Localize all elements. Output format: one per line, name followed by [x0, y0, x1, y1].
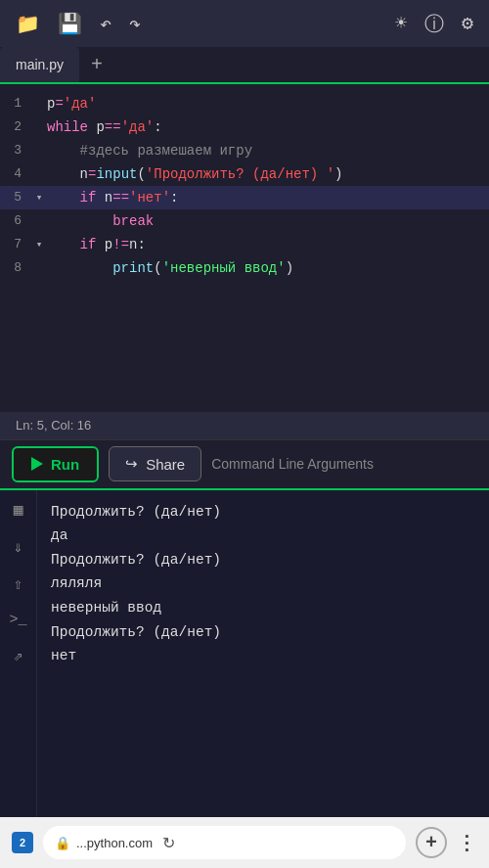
share-button[interactable]: ↪ Share	[109, 446, 201, 481]
console-icons: ▦ ⇓ ⇧ >_ ⇗	[0, 490, 37, 818]
console-line-6: Продолжить? (да/нет)	[51, 620, 475, 645]
browser-add-tab-button[interactable]: +	[416, 827, 447, 858]
line-code-6: break	[47, 209, 154, 233]
run-button[interactable]: Run	[12, 446, 99, 482]
line-num-4: 4	[0, 162, 31, 186]
console-line-2: да	[51, 524, 475, 548]
console-text: Продолжить? (да/нет) да Продолжить? (да/…	[37, 490, 489, 818]
line-code-8: print('неверный ввод')	[47, 256, 293, 280]
download-icon[interactable]: ⇓	[14, 537, 23, 557]
code-editor[interactable]: 1 p='да' 2 while p=='да': 3 #здесь разме…	[0, 84, 489, 412]
toolbar-right: ☀ ⓘ ⚙	[395, 11, 473, 37]
line-code-3: #здесь размешаем игру	[47, 139, 252, 162]
line-code-2: while p=='да':	[47, 115, 162, 139]
settings-icon[interactable]: ⚙	[462, 11, 473, 37]
line-num-3: 3	[0, 139, 31, 162]
code-line-6: 6 break	[0, 209, 489, 233]
redo-icon[interactable]: ↷	[129, 12, 141, 36]
browser-bar: 2 🔒 ...python.com ↻ + ⋮	[0, 817, 489, 868]
line-num-6: 6	[0, 209, 31, 233]
upload-icon[interactable]: ⇧	[14, 574, 23, 594]
terminal-icon[interactable]: >_	[9, 612, 26, 628]
line-num-7: 7	[0, 233, 31, 256]
browser-menu-button[interactable]: ⋮	[457, 831, 477, 855]
code-line-1: 1 p='да'	[0, 92, 489, 115]
tab-add-button[interactable]: +	[79, 54, 114, 76]
url-text: ...python.com	[76, 836, 153, 850]
line-code-1: p='да'	[47, 92, 96, 115]
status-bar: Ln: 5, Col: 16	[0, 412, 489, 439]
line-num-2: 2	[0, 115, 31, 139]
code-line-3: 3 #здесь размешаем игру	[0, 139, 489, 162]
add-icon: +	[425, 832, 437, 854]
folder-icon[interactable]: 📁	[16, 12, 40, 36]
tab-label: main.py	[16, 57, 64, 72]
sun-icon[interactable]: ☀	[395, 11, 407, 37]
cursor-position: Ln: 5, Col: 16	[16, 418, 91, 433]
info-icon[interactable]: ⓘ	[424, 11, 444, 37]
console-line-1: Продолжить? (да/нет)	[51, 500, 475, 525]
tab-main-py[interactable]: main.py	[0, 47, 79, 82]
line-num-1: 1	[0, 92, 31, 115]
share-icon: ↪	[125, 455, 138, 473]
console-line-3: Продолжить? (да/нет)	[51, 548, 475, 572]
share-label: Share	[146, 456, 185, 473]
console-line-5: неверный ввод	[51, 596, 475, 620]
toolbar: 📁 💾 ↶ ↷ ☀ ⓘ ⚙	[0, 0, 489, 47]
line-code-5: if n=='нет':	[47, 186, 178, 209]
code-line-7: 7 ▾ if p!=n:	[0, 233, 489, 256]
expand-icon[interactable]: ⇗	[14, 646, 23, 665]
code-line-8: 8 print('неверный ввод')	[0, 256, 489, 280]
tabs-bar: main.py +	[0, 47, 489, 84]
cmd-args-label[interactable]: Command Line Arguments	[211, 456, 374, 472]
copy-icon[interactable]: ▦	[14, 500, 23, 520]
code-line-5: 5 ▾ if n=='нет':	[0, 186, 489, 209]
lock-icon: 🔒	[55, 836, 70, 850]
code-area: 1 p='да' 2 while p=='да': 3 #здесь разме…	[0, 84, 489, 412]
line-num-5: 5	[0, 186, 31, 209]
console: ▦ ⇓ ⇧ >_ ⇗ Продолжить? (да/нет) да Продо…	[0, 488, 489, 818]
line-num-8: 8	[0, 256, 31, 280]
undo-icon[interactable]: ↶	[100, 12, 111, 36]
browser-url-bar[interactable]: 🔒 ...python.com ↻	[43, 826, 406, 859]
run-label: Run	[51, 456, 79, 473]
save-icon[interactable]: 💾	[58, 12, 82, 36]
console-line-4: ляляля	[51, 571, 475, 596]
line-marker-7: ▾	[31, 233, 47, 256]
line-marker-5: ▾	[31, 186, 47, 209]
console-line-7: нет	[51, 644, 475, 668]
line-code-4: n=input('Продолжить? (да/нет) ')	[47, 162, 342, 186]
run-bar: Run ↪ Share Command Line Arguments	[0, 439, 489, 488]
line-code-7: if p!=n:	[47, 233, 146, 256]
code-line-4: 4 n=input('Продолжить? (да/нет) ')	[0, 162, 489, 186]
play-icon	[31, 457, 43, 471]
code-line-2: 2 while p=='да':	[0, 115, 489, 139]
tab-indicator[interactable]: 2	[12, 832, 33, 853]
reload-icon[interactable]: ↻	[162, 834, 175, 852]
